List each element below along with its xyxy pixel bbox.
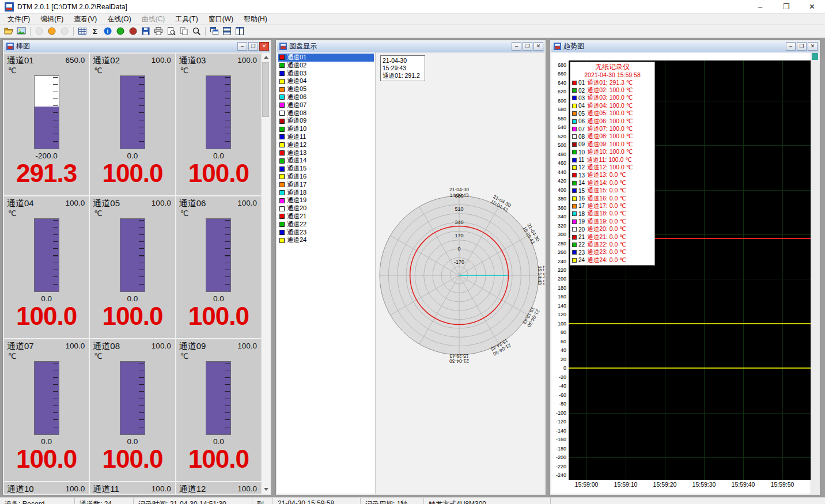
print-icon[interactable]	[152, 25, 165, 37]
trend-window-scrollbar[interactable]	[811, 52, 819, 494]
channel-color-swatch	[572, 134, 577, 139]
bar-window-minimize-button[interactable]: –	[237, 42, 247, 51]
channel-list-item-03[interactable]: 通道03	[278, 70, 374, 78]
channel-list-item-08[interactable]: 通道08	[278, 109, 374, 118]
legend-channel-number: 22	[578, 241, 585, 248]
trend-trace	[569, 367, 811, 369]
export-image-icon[interactable]	[15, 25, 28, 37]
channel-list-item-02[interactable]: 通道02	[278, 62, 374, 70]
open-folder-icon[interactable]	[2, 25, 15, 37]
bar-window-title: 棒图	[16, 41, 30, 51]
data-table-icon[interactable]	[76, 25, 89, 37]
bar-window-scrollbar[interactable]	[261, 52, 270, 494]
channel-bar-panel: 通道02100.0℃0.0100.0	[90, 54, 175, 195]
legend-row: 18通道18: 0.0 ℃	[570, 210, 654, 218]
trend-window-close-button[interactable]: ✕	[808, 42, 818, 51]
y-axis-tick: -180	[551, 446, 566, 452]
scale-max-label: 100.0	[66, 199, 85, 207]
scrollbar-thumb[interactable]	[262, 62, 269, 117]
bar-window-title-bar[interactable]: 棒图 – ❐ ✕	[4, 41, 270, 52]
channel-color-swatch	[572, 188, 577, 193]
channel-list-item-22[interactable]: 通道22	[278, 221, 374, 229]
menu-item-4[interactable]: 在线(O)	[102, 13, 136, 25]
status-segment-5: 21-04-30 15:59:58	[273, 498, 361, 504]
trend-window-minimize-button[interactable]: –	[786, 42, 796, 51]
info-icon[interactable]: i	[101, 25, 114, 37]
bar-window-close-button[interactable]: ✕	[259, 42, 269, 51]
legend-channel-value: 通道02: 100.0 ℃	[587, 86, 633, 94]
trend-window-content: 6806606406206005805605405205004804604404…	[551, 52, 819, 494]
channel-bar-panel: 通道03100.0℃0.0100.0	[176, 54, 261, 195]
scroll-up-icon[interactable]	[262, 52, 270, 62]
ball-red-icon[interactable]	[127, 25, 139, 37]
trend-window-title-bar[interactable]: 趋势图 – ❐ ✕	[551, 41, 819, 52]
channel-list-item-09[interactable]: 通道09	[278, 117, 374, 125]
y-axis-tick: 80	[551, 329, 566, 335]
copy-icon[interactable]	[177, 25, 190, 37]
channel-list-item-24[interactable]: 通道24	[278, 236, 374, 244]
y-axis-tick: 160	[551, 294, 566, 300]
window-cascade-icon[interactable]	[208, 25, 221, 37]
save-icon[interactable]	[139, 25, 152, 37]
menu-item-7[interactable]: 窗口(W)	[203, 13, 239, 25]
bar-window-restore-button[interactable]: ❐	[248, 42, 258, 51]
close-button[interactable]: ✕	[799, 0, 825, 13]
channel-color-swatch	[279, 198, 285, 203]
window-tile-horizontal-icon[interactable]	[221, 25, 233, 37]
channel-list-item-01[interactable]: 通道01	[278, 54, 374, 62]
disc-window-minimize-button[interactable]: –	[512, 42, 521, 51]
channel-list-item-14[interactable]: 通道14	[278, 157, 374, 165]
channel-color-swatch	[572, 111, 577, 116]
channel-list-item-13[interactable]: 通道13	[278, 149, 374, 157]
print-preview-icon[interactable]	[165, 25, 177, 37]
channel-list-item-17[interactable]: 通道17	[278, 181, 374, 189]
disc-window-close-button[interactable]: ✕	[533, 42, 543, 51]
app-title-bar[interactable]: DTM 2.0.1 [C:\DTM 2.0.2\RealData] – ❐ ✕	[0, 0, 825, 14]
disc-window-restore-button[interactable]: ❐	[523, 42, 532, 51]
channel-list-item-04[interactable]: 通道04	[278, 77, 374, 85]
channel-list-item-05[interactable]: 通道05	[278, 85, 374, 93]
menu-item-5[interactable]: 曲线(C)	[137, 13, 171, 25]
legend-channel-number: 17	[578, 203, 585, 209]
legend-title: 无纸记录仪	[570, 63, 654, 71]
sigma-icon[interactable]: Σ	[89, 25, 101, 37]
minimize-button[interactable]: –	[747, 0, 773, 13]
menu-item-1[interactable]: 文件(F)	[2, 13, 35, 25]
channel-name-label: 通道11	[93, 484, 119, 494]
y-axis-tick: 240	[551, 259, 566, 264]
channel-list-item-15[interactable]: 通道15	[278, 165, 374, 173]
channel-list-item-21[interactable]: 通道21	[278, 213, 374, 221]
channel-list-item-18[interactable]: 通道18	[278, 189, 374, 197]
channel-list-item-12[interactable]: 通道12	[278, 141, 374, 149]
scrollbar-thumb[interactable]	[812, 53, 818, 60]
zoom-icon[interactable]	[190, 25, 203, 37]
menu-item-6[interactable]: 工具(T)	[170, 13, 203, 25]
bar-gauge-track	[206, 218, 231, 292]
legend-channel-number: 12	[578, 164, 585, 170]
bar-gauge-ticks	[53, 220, 58, 290]
restore-button[interactable]: ❐	[773, 0, 799, 13]
channel-color-swatch	[279, 142, 285, 147]
channel-list-item-07[interactable]: 通道07	[278, 101, 374, 109]
channel-color-swatch	[279, 238, 285, 243]
menu-item-8[interactable]: 帮助(H)	[239, 13, 273, 25]
ball-orange-icon[interactable]	[46, 25, 58, 37]
scroll-down-icon[interactable]	[262, 484, 270, 494]
menu-item-2[interactable]: 编辑(E)	[35, 13, 69, 25]
y-axis-tick: 380	[551, 196, 566, 202]
window-tile-vertical-icon[interactable]	[233, 25, 246, 37]
y-axis-tick: -100	[551, 410, 566, 416]
channel-list-item-23[interactable]: 通道23	[278, 229, 374, 237]
channel-list-item-10[interactable]: 通道10	[278, 125, 374, 133]
channel-list-item-11[interactable]: 通道11	[278, 133, 374, 141]
channel-list-item-16[interactable]: 通道16	[278, 173, 374, 181]
legend-channel-value: 通道05: 100.0 ℃	[587, 109, 633, 118]
channel-bar-panel: 通道10100.0℃0.0100.0	[4, 482, 89, 494]
trend-window-restore-button[interactable]: ❐	[797, 42, 807, 51]
channel-list-item-06[interactable]: 通道06	[278, 93, 374, 101]
ball-green-icon[interactable]	[114, 25, 127, 37]
channel-list-item-20[interactable]: 通道20	[278, 204, 374, 213]
menu-item-3[interactable]: 查看(V)	[69, 13, 102, 25]
channel-list-item-19[interactable]: 通道19	[278, 196, 374, 204]
disc-window-title-bar[interactable]: 圆盘显示 – ❐ ✕	[277, 41, 544, 52]
